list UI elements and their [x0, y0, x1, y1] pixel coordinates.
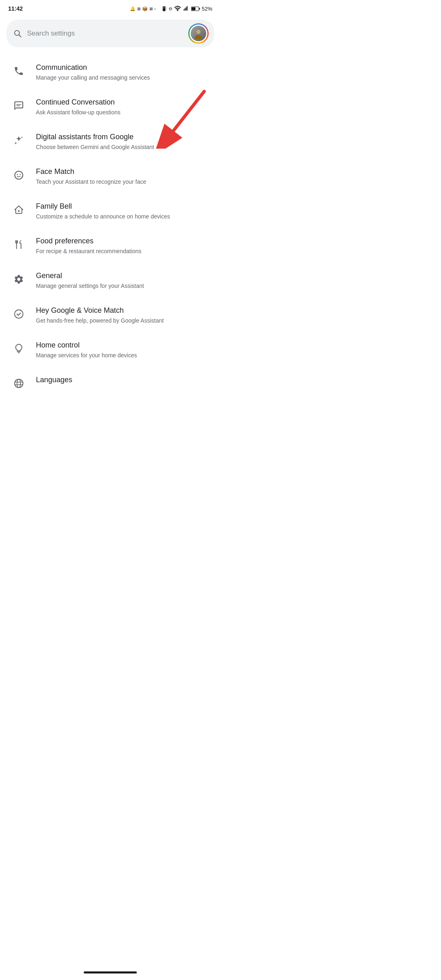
digital-assistants-subtitle: Choose between Gemini and Google Assista… — [36, 143, 211, 151]
battery-icon — [191, 6, 200, 11]
language-icon — [10, 374, 28, 392]
svg-rect-12 — [18, 211, 20, 212]
communication-text: Communication Manage your calling and me… — [36, 62, 211, 82]
gear-icon — [10, 270, 28, 288]
avatar[interactable] — [191, 26, 206, 41]
voice-check-icon — [10, 305, 28, 323]
phone-icon — [10, 62, 28, 80]
hey-google-text: Hey Google & Voice Match Get hands-free … — [36, 305, 211, 325]
search-icon — [13, 29, 22, 38]
svg-point-20 — [15, 379, 23, 388]
svg-point-11 — [20, 174, 21, 175]
dnd-icon: ⊖ — [169, 6, 172, 11]
face-match-title: Face Match — [36, 167, 211, 176]
sparkle-icon — [10, 131, 28, 149]
search-bar[interactable]: Search settings — [7, 20, 214, 47]
settings-list: Communication Manage your calling and me… — [0, 55, 220, 409]
chat-icon — [10, 97, 28, 115]
hey-google-subtitle: Get hands-free help, powered by Google A… — [36, 317, 211, 325]
languages-text: Languages — [36, 374, 211, 385]
battery-pct: 52% — [202, 6, 212, 12]
languages-title: Languages — [36, 375, 211, 385]
general-text: General Manage general settings for your… — [36, 270, 211, 290]
settings-item-continued-conversation[interactable]: Continued Conversation Ask Assistant fol… — [0, 89, 220, 124]
home-control-text: Home control Manage services for your ho… — [36, 340, 211, 360]
general-subtitle: Manage general settings for your Assista… — [36, 282, 211, 290]
communication-subtitle: Manage your calling and messaging servic… — [36, 74, 211, 82]
digital-assistants-title: Digital assistants from Google — [36, 132, 211, 142]
communication-title: Communication — [36, 63, 211, 72]
svg-point-21 — [17, 379, 21, 388]
home-bell-icon — [10, 201, 28, 219]
settings-item-hey-google[interactable]: Hey Google & Voice Match Get hands-free … — [0, 298, 220, 332]
continued-conversation-title: Continued Conversation — [36, 98, 211, 107]
settings-item-general[interactable]: General Manage general settings for your… — [0, 263, 220, 298]
settings-item-home-control[interactable]: Home control Manage services for your ho… — [0, 332, 220, 367]
svg-point-10 — [17, 174, 18, 175]
svg-point-6 — [195, 35, 202, 39]
food-preferences-text: Food preferences For recipe & restaurant… — [36, 236, 211, 256]
settings-item-digital-assistants[interactable]: Digital assistants from Google Choose be… — [0, 124, 220, 159]
food-preferences-title: Food preferences — [36, 236, 211, 246]
signal-icon — [183, 6, 189, 11]
dot-icon: • — [154, 7, 156, 11]
digital-assistants-text: Digital assistants from Google Choose be… — [36, 131, 211, 151]
settings-item-communication[interactable]: Communication Manage your calling and me… — [0, 55, 220, 89]
continued-conversation-text: Continued Conversation Ask Assistant fol… — [36, 97, 211, 117]
svg-rect-1 — [199, 8, 200, 9]
family-bell-text: Family Bell Customize a schedule to anno… — [36, 201, 211, 221]
general-title: General — [36, 271, 211, 281]
wifi-icon — [174, 6, 181, 11]
status-icons: 🔔 ⊠ 📦 ⊠ • 📳 ⊖ 52% — [130, 6, 212, 12]
settings-item-food-preferences[interactable]: Food preferences For recipe & restaurant… — [0, 228, 220, 263]
box-icon: 📦 — [142, 6, 148, 11]
settings-item-family-bell[interactable]: Family Bell Customize a schedule to anno… — [0, 194, 220, 228]
hey-google-title: Hey Google & Voice Match — [36, 306, 211, 315]
status-time: 11:42 — [8, 5, 23, 12]
lightbulb-icon — [10, 340, 28, 358]
svg-point-9 — [15, 171, 23, 179]
svg-rect-2 — [192, 7, 196, 10]
svg-line-4 — [19, 35, 21, 37]
face-match-subtitle: Teach your Assistant to recognize your f… — [36, 178, 211, 186]
vibrate-icon: 📳 — [161, 6, 167, 11]
svg-point-13 — [18, 212, 19, 212]
search-placeholder: Search settings — [27, 29, 185, 38]
family-bell-subtitle: Customize a schedule to announce on home… — [36, 213, 211, 221]
settings-item-languages[interactable]: Languages — [0, 367, 220, 409]
settings-item-face-match[interactable]: Face Match Teach your Assistant to recog… — [0, 159, 220, 194]
home-control-subtitle: Manage services for your home devices — [36, 352, 211, 360]
food-preferences-subtitle: For recipe & restaurant recommendations — [36, 247, 211, 256]
food-icon — [10, 236, 28, 254]
status-bar: 11:42 🔔 ⊠ 📦 ⊠ • 📳 ⊖ 52% — [0, 0, 220, 16]
continued-conversation-subtitle: Ask Assistant follow-up questions — [36, 109, 211, 117]
svg-point-19 — [15, 310, 23, 318]
notification-icon: 🔔 — [130, 6, 136, 11]
face-icon — [10, 166, 28, 184]
sim2-icon: ⊠ — [149, 7, 153, 11]
home-control-title: Home control — [36, 341, 211, 350]
svg-point-5 — [196, 30, 200, 34]
family-bell-title: Family Bell — [36, 202, 211, 211]
sim-icon: ⊠ — [137, 7, 140, 11]
face-match-text: Face Match Teach your Assistant to recog… — [36, 166, 211, 186]
